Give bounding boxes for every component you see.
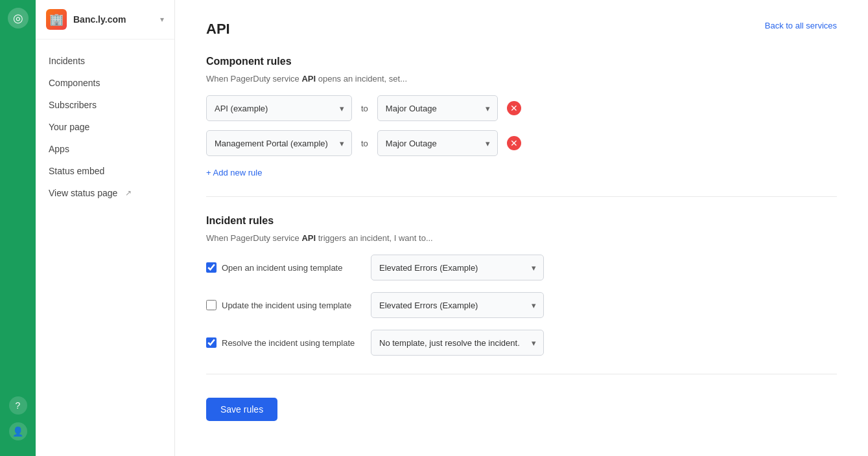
sidebar-item-your-page[interactable]: Your page [36, 116, 174, 138]
resolve-incident-checkbox[interactable] [206, 337, 217, 348]
add-new-rule-link[interactable]: + Add new rule [206, 168, 262, 177]
section-divider [206, 196, 837, 197]
save-rules-button[interactable]: Save rules [206, 398, 277, 421]
resolve-incident-label: Resolve the incident using template [222, 338, 355, 348]
sidebar-item-incidents[interactable]: Incidents [36, 50, 174, 72]
component-rule-row-2: Management Portal (example) API (example… [206, 130, 837, 156]
service-name-badge: API [301, 74, 316, 84]
sidebar-item-label: Your page [49, 122, 89, 132]
help-icon[interactable]: ? [9, 396, 27, 415]
page-title: API [206, 21, 230, 38]
sidebar-logo: 🏢 [46, 9, 67, 30]
component-rules-section: Component rules When PagerDuty service A… [206, 56, 837, 178]
component-select-2[interactable]: Management Portal (example) API (example… [206, 130, 352, 156]
sidebar-item-view-status-page[interactable]: View status page ↗ [36, 182, 174, 204]
incident-rules-section: Incident rules When PagerDuty service AP… [206, 215, 837, 356]
accent-bar-bottom: ? 👤 [9, 396, 27, 448]
sidebar-item-label: Subscribers [49, 100, 97, 110]
resolve-incident-checkbox-label[interactable]: Resolve the incident using template [206, 337, 362, 348]
remove-rule-2-button[interactable]: ✕ [507, 136, 521, 150]
sidebar-item-label: View status page [49, 188, 117, 198]
external-link-icon: ↗ [125, 188, 132, 198]
sidebar-item-apps[interactable]: Apps [36, 138, 174, 160]
sidebar: 🏢 Banc.ly.com ▾ Incidents Components Sub… [36, 0, 175, 456]
status-select-wrapper-2: Major Outage Partial Outage Degraded Per… [377, 130, 498, 156]
sidebar-item-label: Status embed [49, 166, 104, 176]
sidebar-nav: Incidents Components Subscribers Your pa… [36, 40, 174, 214]
to-label-1: to [361, 104, 368, 113]
open-incident-template-wrapper: Elevated Errors (Example) No template, j… [371, 255, 544, 280]
update-incident-checkbox[interactable] [206, 300, 217, 310]
component-select-1[interactable]: API (example) Management Portal (example… [206, 95, 352, 121]
component-select-wrapper-2: Management Portal (example) API (example… [206, 130, 352, 156]
resolve-incident-template-wrapper: No template, just resolve the incident. … [371, 330, 544, 356]
component-rules-subtitle: When PagerDuty service API opens an inci… [206, 74, 837, 84]
open-incident-checkbox[interactable] [206, 262, 217, 273]
accent-bar: ◎ ? 👤 [0, 0, 36, 456]
component-rules-title: Component rules [206, 56, 837, 67]
sidebar-item-label: Apps [49, 144, 69, 154]
incident-rules-subtitle: When PagerDuty service API triggers an i… [206, 233, 837, 243]
chevron-down-icon: ▾ [160, 15, 164, 24]
sidebar-item-components[interactable]: Components [36, 72, 174, 94]
open-incident-checkbox-label[interactable]: Open an incident using template [206, 262, 362, 273]
user-icon[interactable]: 👤 [9, 422, 27, 440]
back-to-all-services-link[interactable]: Back to all services [765, 21, 837, 30]
component-select-wrapper-1: API (example) Management Portal (example… [206, 95, 352, 121]
section-divider-2 [206, 374, 837, 374]
sidebar-item-label: Components [49, 78, 100, 88]
sidebar-item-label: Incidents [49, 56, 85, 66]
open-incident-label: Open an incident using template [222, 263, 342, 273]
status-select-2[interactable]: Major Outage Partial Outage Degraded Per… [377, 130, 498, 156]
update-incident-template-wrapper: Elevated Errors (Example) No template, j… [371, 292, 544, 318]
remove-rule-1-button[interactable]: ✕ [507, 101, 521, 115]
sidebar-item-subscribers[interactable]: Subscribers [36, 94, 174, 116]
component-rule-row-1: API (example) Management Portal (example… [206, 95, 837, 121]
update-incident-label: Update the incident using template [222, 301, 351, 310]
status-select-wrapper-1: Major Outage Partial Outage Degraded Per… [377, 95, 498, 121]
sidebar-header[interactable]: 🏢 Banc.ly.com ▾ [36, 0, 174, 40]
incident-rule-row-2: Update the incident using template Eleva… [206, 292, 837, 318]
sidebar-item-status-embed[interactable]: Status embed [36, 160, 174, 182]
resolve-incident-template-select[interactable]: No template, just resolve the incident. … [371, 330, 544, 356]
company-name: Banc.ly.com [73, 14, 154, 25]
incident-rules-title: Incident rules [206, 215, 837, 227]
update-incident-template-select[interactable]: Elevated Errors (Example) No template, j… [371, 292, 544, 318]
main-header: API Back to all services [206, 21, 837, 38]
service-name-badge-2: API [301, 233, 316, 243]
main-content: API Back to all services Component rules… [175, 0, 868, 456]
to-label-2: to [361, 139, 368, 148]
incident-rule-row-3: Resolve the incident using template No t… [206, 330, 837, 356]
incident-rule-row-1: Open an incident using template Elevated… [206, 255, 837, 280]
accent-logo: ◎ [8, 8, 29, 28]
update-incident-checkbox-label[interactable]: Update the incident using template [206, 300, 362, 310]
open-incident-template-select[interactable]: Elevated Errors (Example) No template, j… [371, 255, 544, 280]
status-select-1[interactable]: Major Outage Partial Outage Degraded Per… [377, 95, 498, 121]
